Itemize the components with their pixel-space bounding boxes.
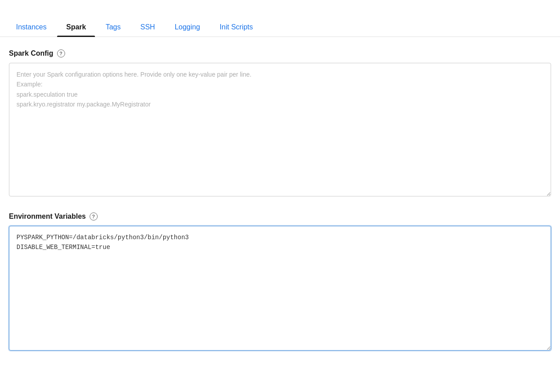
tab-ssh[interactable]: SSH	[132, 18, 164, 37]
env-variables-textarea[interactable]: PYSPARK_PYTHON=/databricks/python3/bin/p…	[9, 226, 551, 351]
spark-config-section: Spark Config ?	[9, 49, 551, 198]
tab-bar: Instances Spark Tags SSH Logging Init Sc…	[0, 0, 560, 37]
spark-config-textarea[interactable]	[9, 63, 551, 196]
tab-tags[interactable]: Tags	[97, 18, 130, 37]
spark-config-header: Spark Config ?	[9, 49, 551, 57]
env-variables-help-icon[interactable]: ?	[90, 212, 98, 220]
spark-config-title: Spark Config	[9, 49, 54, 57]
env-variables-title: Environment Variables	[9, 212, 86, 220]
tab-spark[interactable]: Spark	[57, 18, 95, 37]
tab-logging[interactable]: Logging	[166, 18, 209, 37]
tab-init-scripts[interactable]: Init Scripts	[211, 18, 262, 37]
main-content: Spark Config ? Environment Variables ? P…	[0, 37, 560, 379]
tab-instances[interactable]: Instances	[7, 18, 55, 37]
env-variables-header: Environment Variables ?	[9, 212, 551, 220]
env-variables-section: Environment Variables ? PYSPARK_PYTHON=/…	[9, 212, 551, 352]
spark-config-help-icon[interactable]: ?	[57, 49, 65, 57]
